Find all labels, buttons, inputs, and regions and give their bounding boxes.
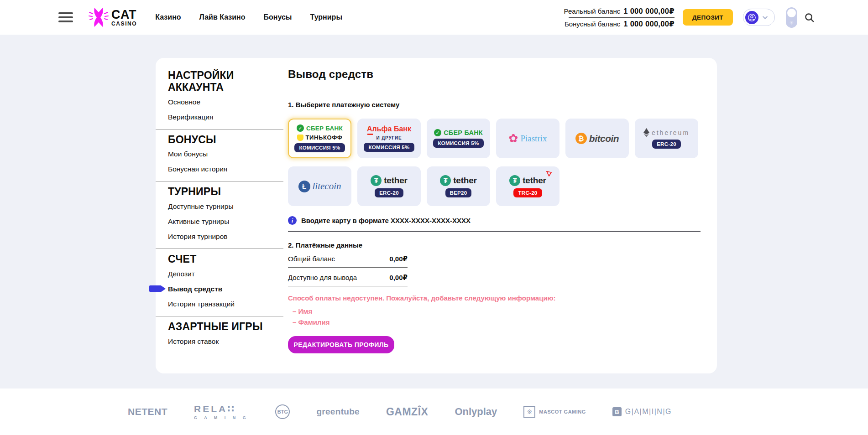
sidebar-section-title: БОНУСЫ bbox=[156, 129, 283, 147]
missing-fields-list: – Имя – Фамилия bbox=[288, 307, 701, 326]
bonus-balance-value: 1 000 000,00₽ bbox=[623, 20, 675, 28]
real-balance-label: Реальный баланс bbox=[564, 7, 621, 15]
real-balance-value: 1 000 000,00₽ bbox=[623, 7, 675, 16]
sidebar-item-bonusnaya-istoriya[interactable]: Бонусная история bbox=[156, 161, 283, 176]
logo-title: CAT bbox=[111, 9, 137, 21]
page-title: Вывод средств bbox=[288, 68, 701, 81]
sidebar-item-depozit[interactable]: Депозит bbox=[156, 266, 283, 281]
cat-logo-icon bbox=[89, 7, 109, 28]
payment-tile-piastrix[interactable]: ✿ Piastrix bbox=[496, 119, 559, 158]
network-badge: ERC-20 bbox=[375, 188, 403, 197]
sberbank-icon: ✓ bbox=[297, 124, 304, 132]
commission-badge: КОМИССИЯ 5% bbox=[364, 143, 414, 152]
tether-icon: ₮ bbox=[509, 175, 520, 186]
step1-label: 1. Выберите платежную систему bbox=[288, 101, 701, 109]
payment-tile-bitcoin[interactable]: ₿ bitcoin bbox=[565, 119, 629, 158]
litecoin-icon: Ł bbox=[298, 181, 310, 192]
ethereum-icon bbox=[643, 128, 649, 137]
section-divider bbox=[288, 231, 701, 232]
network-badge: BEP20 bbox=[445, 188, 472, 197]
step2-label: 2. Платёжные данные bbox=[288, 241, 701, 249]
tether-icon: ₮ bbox=[371, 175, 382, 186]
tron-icon bbox=[546, 171, 552, 176]
available-balance-value: 0,00₽ bbox=[389, 274, 408, 282]
sidebar-item-istoriya-stavok[interactable]: История ставок bbox=[156, 334, 283, 349]
withdrawal-panel: Вывод средств 1. Выберите платежную сист… bbox=[288, 68, 701, 353]
mascot-ornament-icon: ※ bbox=[523, 406, 535, 418]
bitcoin-icon: ₿ bbox=[575, 133, 587, 144]
tinkoff-icon bbox=[297, 135, 303, 141]
provider-greentube-logo[interactable]: greentube bbox=[316, 407, 360, 417]
sidebar-item-istoriya-tranzakcij[interactable]: История транзакций bbox=[156, 296, 283, 311]
provider-netent-logo[interactable]: NETENT bbox=[128, 406, 167, 417]
sidebar-item-verifikacia[interactable]: Верификация bbox=[156, 109, 283, 124]
payment-tile-tether-trc20[interactable]: ₮ tether TRC-20 bbox=[496, 166, 559, 206]
title-divider bbox=[288, 91, 701, 91]
payment-tile-tether-erc20[interactable]: ₮ tether ERC-20 bbox=[357, 166, 421, 206]
edit-profile-button[interactable]: РЕДАКТИРОВАТЬ ПРОФИЛЬ bbox=[288, 336, 394, 353]
network-badge: ERC-20 bbox=[652, 140, 681, 149]
provider-mascot-gaming-logo[interactable]: ※ MASCOT GAMING bbox=[523, 406, 586, 418]
payment-tile-sberbank[interactable]: ✓ СБЕР БАНК КОМИССИЯ 5% bbox=[427, 119, 490, 158]
top-navbar: CAT CASINO Казино Лайв Казино Бонусы Тур… bbox=[0, 0, 868, 35]
payment-tile-tether-bep20[interactable]: ₮ tether BEP20 bbox=[427, 166, 490, 206]
sidebar-item-vyvod-sredstv[interactable]: Вывод средств bbox=[156, 281, 283, 296]
sidebar-item-moi-bonusy[interactable]: Мои бонусы bbox=[156, 146, 283, 161]
nav-turniry[interactable]: Турниры bbox=[310, 13, 342, 21]
sidebar-item-aktivnye-turniry[interactable]: Активные турниры bbox=[156, 214, 283, 229]
nav-kazino[interactable]: Казино bbox=[155, 13, 181, 21]
piastrix-flower-icon: ✿ bbox=[508, 133, 518, 144]
profile-menu[interactable] bbox=[743, 9, 775, 26]
sidebar-item-dostupnye-turniry[interactable]: Доступные турниры bbox=[156, 199, 283, 214]
toggle-knob bbox=[787, 9, 796, 17]
provider-onlyplay-logo[interactable]: Onlyplay bbox=[455, 406, 497, 418]
sidebar-section-title: ТУРНИРЫ bbox=[156, 181, 283, 199]
available-balance-row: Доступно для вывода 0,00₽ bbox=[288, 268, 408, 286]
avatar-icon bbox=[745, 11, 758, 24]
payment-unavailable-message: Способ оплаты недоступен. Пожалуйста, до… bbox=[288, 294, 701, 302]
provider-relax-gaming-logo[interactable]: RELA∷ G A M I N G bbox=[194, 404, 249, 420]
provider-gamzix-logo[interactable]: GAMZÎX bbox=[386, 406, 428, 418]
sberbank-icon: ✓ bbox=[434, 129, 441, 136]
providers-footer: NETENT RELA∷ G A M I N G BTG greentube G… bbox=[0, 388, 868, 435]
account-sidebar: НАСТРОЙКИ АККАУНТА Основное Верификация … bbox=[156, 58, 283, 349]
balance-divider bbox=[569, 17, 675, 18]
payment-tile-alfa-bank[interactable]: Альфа Банк И ДРУГИЕ КОМИССИЯ 5% bbox=[357, 119, 421, 158]
hamburger-menu-icon[interactable] bbox=[58, 10, 73, 25]
commission-badge: КОМИССИЯ 5% bbox=[433, 139, 483, 148]
account-balances: Общий баланс 0,00₽ Доступно для вывода 0… bbox=[288, 249, 408, 286]
provider-btg-logo[interactable]: BTG bbox=[275, 404, 290, 419]
theme-toggle[interactable]: ☀ bbox=[786, 7, 797, 28]
sun-icon: ☀ bbox=[786, 20, 797, 26]
missing-field-imya: – Имя bbox=[288, 307, 701, 315]
nav-bonusy[interactable]: Бонусы bbox=[263, 13, 292, 21]
main-nav: Казино Лайв Казино Бонусы Турниры bbox=[155, 13, 342, 21]
bonus-balance-label: Бонусный баланс bbox=[565, 20, 620, 28]
card-format-note: i Вводите карту в формате ХХХХ-ХХХХ-ХХХХ… bbox=[288, 216, 701, 225]
logo-subtitle: CASINO bbox=[111, 21, 137, 26]
tether-icon: ₮ bbox=[440, 175, 451, 186]
cat-casino-logo[interactable]: CAT CASINO bbox=[89, 7, 137, 28]
payment-tile-sberbank-tinkoff[interactable]: ✓ СБЕР БАНК ТИНЬКОФФ КОМИССИЯ 5% bbox=[288, 119, 351, 158]
total-balance-value: 0,00₽ bbox=[389, 255, 408, 263]
payment-methods-grid: ✓ СБЕР БАНК ТИНЬКОФФ КОМИССИЯ 5% Альфа Б… bbox=[288, 119, 703, 206]
active-item-arrow-icon bbox=[149, 285, 166, 292]
commission-badge: КОМИССИЯ 5% bbox=[294, 143, 345, 152]
account-card: НАСТРОЙКИ АККАУНТА Основное Верификация … bbox=[156, 58, 717, 373]
nav-live-kazino[interactable]: Лайв Казино bbox=[199, 13, 246, 21]
alfa-bank-logo: Альфа Банк bbox=[367, 125, 411, 133]
payment-tile-litecoin[interactable]: Ł litecoin bbox=[288, 166, 351, 206]
provider-bgaming-logo[interactable]: B G|A|M|I|N|G bbox=[612, 407, 672, 416]
missing-field-familiya: – Фамилия bbox=[288, 318, 701, 326]
balance-block: Реальный баланс 1 000 000,00₽ Бонусный б… bbox=[564, 7, 675, 28]
deposit-button[interactable]: ДЕПОЗИТ bbox=[683, 9, 733, 26]
sidebar-section-title: АЗАРТНЫЕ ИГРЫ bbox=[156, 316, 283, 334]
sidebar-item-osnovnoe[interactable]: Основное bbox=[156, 94, 283, 109]
network-badge: TRC-20 bbox=[513, 188, 542, 197]
sidebar-item-istoriya-turnirov[interactable]: История турниров bbox=[156, 229, 283, 244]
chevron-down-icon bbox=[763, 16, 768, 19]
sidebar-section-title: НАСТРОЙКИ АККАУНТА bbox=[156, 65, 283, 94]
total-balance-row: Общий баланс 0,00₽ bbox=[288, 249, 408, 268]
search-icon[interactable] bbox=[805, 13, 814, 22]
payment-tile-ethereum[interactable]: ethereum ERC-20 bbox=[635, 119, 698, 158]
